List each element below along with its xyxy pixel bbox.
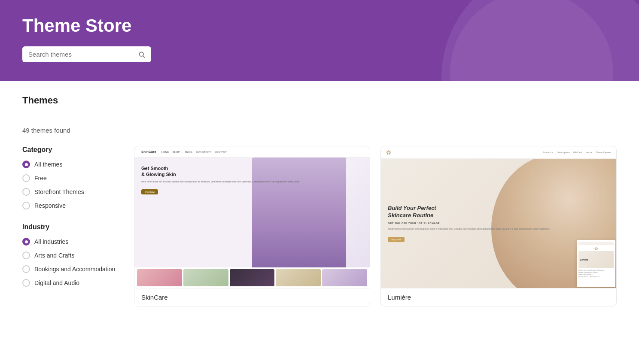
page-title: Theme Store bbox=[22, 15, 617, 36]
sidebar-item-arts-crafts[interactable]: Arts and Crafts bbox=[22, 252, 117, 259]
sidebar-item-responsive[interactable]: Responsive bbox=[22, 202, 117, 209]
skincare-hero-text: Get Smooth& Glowing Skin Amet minim moll… bbox=[134, 158, 370, 267]
radio-all-industries bbox=[22, 238, 30, 246]
thumb-skin-care bbox=[183, 269, 228, 286]
lumiere-preview-inner: ✿ Products ∨ Subscriptions Gift Card Jou… bbox=[381, 146, 616, 288]
theme-grid: SkinCare HOME SHOP ↓ BLOG OUR STORY CONT… bbox=[134, 146, 617, 306]
lumiere-nav-products: Products ∨ bbox=[543, 151, 554, 154]
main-content: Themes 49 themes found Category All them… bbox=[0, 81, 639, 320]
sidebar-label-responsive: Responsive bbox=[34, 202, 66, 209]
radio-free bbox=[22, 174, 30, 182]
radio-inner-industries bbox=[25, 240, 28, 243]
sidebar-item-free[interactable]: Free bbox=[22, 174, 117, 182]
lumiere-side-preview: ✿ Serums All Face Oils · Facial Cleanser… bbox=[577, 240, 615, 287]
sidebar-label-free: Free bbox=[34, 175, 47, 182]
skincare-hero-heading: Get Smooth& Glowing Skin bbox=[141, 165, 363, 178]
radio-responsive bbox=[22, 202, 30, 209]
theme-card-skincare[interactable]: SkinCare HOME SHOP ↓ BLOG OUR STORY CONT… bbox=[134, 146, 370, 306]
industry-section: Industry All industries Arts and Crafts … bbox=[22, 223, 117, 287]
skincare-hero: Get Smooth& Glowing Skin Amet minim moll… bbox=[134, 158, 370, 267]
radio-storefront bbox=[22, 188, 30, 196]
radio-bookings bbox=[22, 265, 30, 273]
nav-story: OUR STORY bbox=[196, 151, 211, 153]
lumiere-preview: ✿ Products ∨ Subscriptions Gift Card Jou… bbox=[381, 146, 616, 288]
lumiere-name: Lumière bbox=[388, 294, 411, 301]
skincare-thumbnails bbox=[134, 267, 370, 288]
lumiere-nav-journal: Journal bbox=[585, 151, 592, 154]
industry-label: Industry bbox=[22, 223, 117, 231]
lumiere-logo: ✿ bbox=[386, 149, 391, 156]
lsp-nav bbox=[578, 242, 614, 245]
skincare-nav: SkinCare HOME SHOP ↓ BLOG OUR STORY CONT… bbox=[134, 146, 370, 158]
thumb-body-care bbox=[137, 269, 182, 286]
radio-inner bbox=[25, 163, 28, 166]
skincare-brand: SkinCare bbox=[141, 150, 156, 154]
radio-all-themes bbox=[22, 161, 30, 168]
lumiere-sub: GET 30% OFF YOUR 1ST PURCHASE bbox=[388, 222, 609, 224]
thumb-suncare bbox=[322, 269, 367, 286]
lumiere-nav-subscriptions: Subscriptions bbox=[557, 151, 570, 154]
svg-line-1 bbox=[143, 55, 145, 57]
themes-count: 49 themes found bbox=[22, 127, 617, 134]
page-header: Theme Store bbox=[0, 0, 639, 81]
category-label: Category bbox=[22, 146, 117, 154]
lsp-item-2: Serums · Subscriptions · Suncare bbox=[578, 272, 614, 273]
lumiere-desc: Tit baby farm no hate hardware synth plu… bbox=[388, 228, 609, 231]
lsp-item-1: All Face Oils · Facial Cleansers · Moist… bbox=[578, 270, 614, 271]
nav-blog: BLOG bbox=[185, 151, 192, 153]
theme-card-lumiere[interactable]: ✿ Products ∨ Subscriptions Gift Card Jou… bbox=[380, 146, 617, 306]
lsp-list: All Face Oils · Facial Cleansers · Moist… bbox=[578, 270, 614, 278]
lumiere-footer: Lumière bbox=[381, 288, 616, 306]
sidebar-item-digital-audio[interactable]: Digital and Audio bbox=[22, 279, 117, 287]
skincare-preview-inner: SkinCare HOME SHOP ↓ BLOG OUR STORY CONT… bbox=[134, 146, 370, 288]
sidebar: Category All themes Free Storefront Them… bbox=[22, 146, 117, 306]
thumb-accessories bbox=[276, 269, 321, 286]
search-icon bbox=[138, 51, 145, 58]
sidebar-item-bookings[interactable]: Bookings and Accommodation bbox=[22, 265, 117, 273]
lsp-logo: ✿ bbox=[578, 246, 614, 251]
lumiere-nav-giftcard: Gift Card bbox=[573, 151, 582, 154]
sidebar-label-arts-crafts: Arts and Crafts bbox=[34, 252, 74, 259]
search-bar[interactable] bbox=[22, 46, 151, 62]
search-input[interactable] bbox=[28, 51, 138, 58]
sidebar-item-storefront[interactable]: Storefront Themes bbox=[22, 188, 117, 196]
skincare-hero-desc: Amet minim mollit non deserunt ullamco e… bbox=[141, 180, 363, 183]
sidebar-label-digital-audio: Digital and Audio bbox=[34, 279, 79, 286]
radio-digital-audio bbox=[22, 279, 30, 287]
sidebar-label-all-themes: All themes bbox=[34, 161, 62, 168]
nav-home: HOME bbox=[161, 151, 169, 153]
lumiere-hero: Build Your PerfectSkincare Routine GET 3… bbox=[381, 159, 616, 288]
lsp-item-filters: Filters · Default sorting ∨ bbox=[578, 274, 614, 276]
themes-heading: Themes bbox=[22, 95, 617, 106]
lumiere-nav: ✿ Products ∨ Subscriptions Gift Card Jou… bbox=[381, 146, 616, 159]
sidebar-label-storefront: Storefront Themes bbox=[34, 188, 84, 195]
thumb-hair-care bbox=[230, 269, 275, 286]
skincare-name: SkinCare bbox=[141, 294, 168, 301]
skincare-nav-links: HOME SHOP ↓ BLOG OUR STORY CONTACT bbox=[161, 151, 227, 153]
lsp-item-product: Ascorbic Acid 8% + Alpha Arbutin 2% bbox=[578, 276, 614, 278]
category-section: Category All themes Free Storefront Them… bbox=[22, 146, 117, 209]
search-button[interactable] bbox=[138, 51, 145, 58]
skincare-preview: SkinCare HOME SHOP ↓ BLOG OUR STORY CONT… bbox=[134, 146, 370, 288]
skincare-cta-btn: Shop Now bbox=[141, 189, 158, 194]
radio-arts-crafts bbox=[22, 252, 30, 259]
nav-contact: CONTACT bbox=[214, 151, 227, 153]
sidebar-item-all-themes[interactable]: All themes bbox=[22, 161, 117, 168]
lumiere-cta-btn: Shop Now bbox=[388, 237, 405, 242]
lumiere-hero-left: Build Your PerfectSkincare Routine GET 3… bbox=[388, 205, 609, 242]
sidebar-label-all-industries: All industries bbox=[34, 238, 68, 245]
skincare-footer: SkinCare bbox=[134, 288, 370, 306]
lsp-hero: Serums bbox=[578, 251, 614, 268]
lumiere-nav-links: Products ∨ Subscriptions Gift Card Journ… bbox=[543, 151, 611, 154]
sidebar-item-all-industries[interactable]: All industries bbox=[22, 238, 117, 246]
nav-shop: SHOP ↓ bbox=[173, 151, 182, 153]
sidebar-label-bookings: Bookings and Accommodation bbox=[34, 266, 115, 273]
lsp-hero-heading: Serums bbox=[580, 258, 588, 261]
lumiere-hero-heading: Build Your PerfectSkincare Routine bbox=[388, 205, 609, 219]
lumiere-nav-explorer: Theme Explorer bbox=[596, 151, 611, 154]
content-layout: Category All themes Free Storefront Them… bbox=[22, 146, 617, 306]
